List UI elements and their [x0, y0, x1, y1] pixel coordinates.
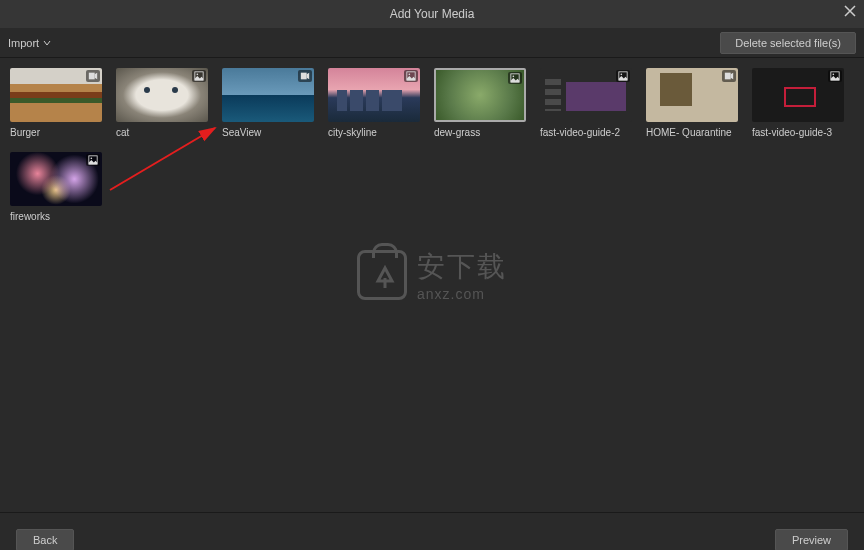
thumbnail[interactable]	[10, 68, 102, 122]
preview-button[interactable]: Preview	[775, 529, 848, 551]
svg-point-14	[91, 158, 93, 160]
media-item[interactable]: city-skyline	[328, 68, 420, 138]
media-item[interactable]: SeaView	[222, 68, 314, 138]
media-label: HOME- Quarantine	[646, 127, 738, 138]
media-label: Burger	[10, 127, 102, 138]
media-item[interactable]: Burger	[10, 68, 102, 138]
footer: Back Preview	[0, 512, 864, 550]
watermark-sub: anxz.com	[417, 286, 507, 302]
media-label: SeaView	[222, 127, 314, 138]
media-item[interactable]: fast-video-guide-3	[752, 68, 844, 138]
video-icon	[86, 70, 100, 82]
svg-point-2	[197, 74, 199, 76]
thumbnail[interactable]	[328, 68, 420, 122]
svg-point-5	[409, 74, 411, 76]
svg-rect-3	[301, 73, 307, 80]
svg-point-7	[513, 76, 515, 78]
svg-rect-0	[89, 73, 95, 80]
video-icon	[298, 70, 312, 82]
video-icon	[722, 70, 736, 82]
close-button[interactable]	[844, 4, 856, 20]
thumbnail[interactable]	[752, 68, 844, 122]
back-button[interactable]: Back	[16, 529, 74, 551]
thumbnail[interactable]	[116, 68, 208, 122]
import-dropdown[interactable]: Import	[8, 37, 51, 49]
media-label: dew-grass	[434, 127, 526, 138]
media-label: city-skyline	[328, 127, 420, 138]
media-item[interactable]: fireworks	[10, 152, 102, 222]
watermark-main: 安下载	[417, 248, 507, 286]
svg-point-12	[833, 74, 835, 76]
watermark: 安下载 anxz.com	[357, 248, 507, 302]
media-grid: BurgercatSeaViewcity-skylinedew-grassfas…	[0, 58, 864, 232]
close-icon	[844, 5, 856, 17]
titlebar: Add Your Media	[0, 0, 864, 28]
media-item[interactable]: fast-video-guide-2	[540, 68, 632, 138]
media-label: fast-video-guide-2	[540, 127, 632, 138]
image-icon	[404, 70, 418, 82]
svg-point-9	[621, 74, 623, 76]
image-icon	[616, 70, 630, 82]
image-icon	[508, 72, 522, 84]
import-label: Import	[8, 37, 39, 49]
media-label: fireworks	[10, 211, 102, 222]
bag-icon	[357, 250, 407, 300]
dialog-title: Add Your Media	[390, 7, 475, 21]
thumbnail[interactable]	[222, 68, 314, 122]
thumbnail[interactable]	[540, 68, 632, 122]
thumbnail[interactable]	[434, 68, 526, 122]
media-item[interactable]: cat	[116, 68, 208, 138]
media-label: fast-video-guide-3	[752, 127, 844, 138]
media-item[interactable]: dew-grass	[434, 68, 526, 138]
thumbnail[interactable]	[646, 68, 738, 122]
toolbar: Import Delete selected file(s)	[0, 28, 864, 58]
image-icon	[192, 70, 206, 82]
thumbnail[interactable]	[10, 152, 102, 206]
image-icon	[86, 154, 100, 166]
media-item[interactable]: HOME- Quarantine	[646, 68, 738, 138]
svg-rect-10	[725, 73, 731, 80]
delete-selected-button[interactable]: Delete selected file(s)	[720, 32, 856, 54]
image-icon	[828, 70, 842, 82]
chevron-down-icon	[43, 39, 51, 47]
media-label: cat	[116, 127, 208, 138]
